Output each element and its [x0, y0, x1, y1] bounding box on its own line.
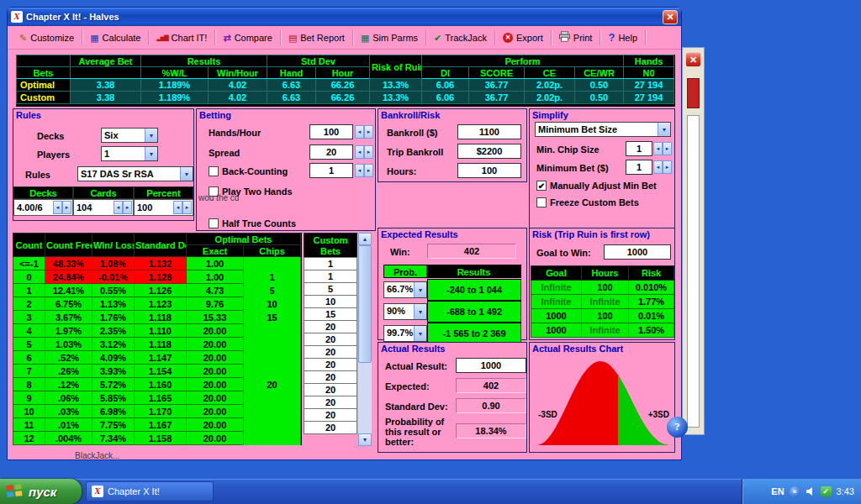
scroll-up-button[interactable]: ▲ — [358, 233, 372, 245]
toolbar-button-export[interactable]: ✕Export — [496, 29, 550, 46]
probability-select[interactable]: 90%▼ — [383, 303, 427, 320]
hide-icons-icon[interactable]: « — [790, 486, 800, 497]
decks-value-cell[interactable]: 4.00/6 ◂▸ — [13, 199, 73, 216]
simplify-panel-title: Simplify — [532, 110, 568, 120]
custom-bet-cell[interactable]: 20 — [304, 320, 357, 333]
toolbar-button-calculate[interactable]: ▦Calculate — [83, 29, 147, 46]
rules-select[interactable]: S17 DAS Sr RSA▼ — [77, 166, 193, 181]
minimum-bet-input[interactable]: 1 — [626, 160, 652, 175]
toolbar-button-sim-parms[interactable]: ▦Sim Parms — [354, 29, 425, 46]
trip-bankroll-input[interactable]: $2200 — [457, 144, 521, 159]
custom-bet-cell[interactable]: 20 — [304, 358, 357, 371]
min-chip-size-input[interactable]: 1 — [626, 141, 652, 156]
start-button[interactable]: пуск — [0, 479, 82, 504]
printer-icon — [559, 31, 570, 44]
spread-input[interactable]: 20 — [309, 144, 353, 160]
percent-value-cell[interactable]: 100 ◂▸ — [134, 199, 193, 216]
bankroll-input[interactable]: 1100 — [457, 124, 521, 139]
actual-result-input[interactable]: 1000 — [456, 358, 526, 373]
custom-bet-cell[interactable]: 20 — [304, 383, 357, 396]
toolbar-separator — [214, 30, 215, 45]
toolbar-button-trackjack[interactable]: ✔TrackJack — [427, 29, 494, 46]
background-close-button[interactable]: ✕ — [685, 52, 701, 67]
spin-right-button[interactable]: ▸ — [364, 164, 373, 177]
back-counting-checkbox[interactable] — [209, 166, 219, 176]
custom-bet-cell[interactable]: 20 — [304, 345, 357, 359]
arrow-left-icon: ◂ — [657, 164, 660, 171]
toolbar-button-label: Compare — [235, 33, 272, 43]
back-counting-input[interactable]: 1 — [309, 163, 353, 178]
min-chip-size-label: Min. Chip Size — [536, 144, 600, 155]
spin-left-button[interactable]: ◂ — [53, 201, 62, 214]
players-select[interactable]: 1▼ — [101, 146, 158, 161]
hands-hour-input[interactable]: 100 — [309, 124, 353, 139]
custom-bets-scrollbar[interactable]: ▲ ▼ — [358, 233, 372, 446]
probability-better-value: 18.34% — [456, 423, 526, 438]
help-orb-icon[interactable]: ? — [667, 417, 688, 438]
freeze-custom-bets-checkbox[interactable] — [536, 197, 547, 207]
decks-select[interactable]: Six▼ — [101, 128, 158, 143]
expected-label: Expected: — [385, 381, 430, 391]
toolbar-button-help[interactable]: ?Help — [601, 29, 644, 46]
spin-right-button[interactable]: ▸ — [364, 145, 373, 159]
scroll-thumb[interactable] — [358, 245, 372, 363]
manually-adjust-min-bet-checkbox[interactable] — [536, 181, 547, 191]
custom-bet-cell[interactable]: 20 — [304, 333, 357, 346]
volume-icon[interactable] — [806, 486, 816, 496]
toolbar-button-compare[interactable]: ⇄Compare — [216, 29, 278, 46]
risk-row: 1000Infinite1.50% — [531, 323, 674, 338]
probability-select[interactable]: 99.7%▼ — [383, 325, 427, 342]
custom-bet-cell[interactable]: 15 — [304, 307, 357, 321]
security-shield-icon[interactable]: ✓ — [821, 486, 832, 497]
export-icon: ✕ — [503, 33, 513, 43]
compare-arrows-icon: ⇄ — [223, 33, 230, 43]
taskbar-task-button[interactable]: X Chapter X It! — [86, 481, 214, 501]
bankroll-label: Bankroll ($) — [387, 128, 438, 138]
start-button-label: пуск — [29, 485, 56, 499]
custom-bet-cell[interactable]: 20 — [304, 421, 357, 434]
custom-bet-cell[interactable]: 20 — [304, 396, 357, 409]
custom-bet-cell[interactable]: 1 — [304, 257, 357, 270]
spin-left-button[interactable]: ◂ — [355, 164, 364, 177]
custom-bet-cell[interactable]: 5 — [304, 282, 357, 296]
custom-bet-cell[interactable]: 10 — [304, 295, 357, 308]
spin-right-button[interactable]: ▸ — [364, 125, 373, 139]
spin-right-button[interactable]: ▸ — [182, 201, 192, 214]
spin-left-button[interactable]: ◂ — [355, 145, 364, 159]
hours-input[interactable]: 100 — [457, 163, 521, 178]
arrow-right-icon: ▸ — [367, 167, 371, 174]
custom-bet-cell[interactable]: 20 — [304, 408, 357, 422]
toolbar-button-chart-it[interactable]: ▂▅▇Chart IT! — [150, 29, 214, 46]
spin-right-button[interactable]: ▸ — [663, 160, 672, 174]
toolbar-button-bet-report[interactable]: ▤Bet Report — [282, 29, 351, 46]
spin-left-button[interactable]: ◂ — [355, 125, 364, 139]
toolbar-button-print[interactable]: Print — [552, 28, 600, 47]
half-true-counts-checkbox[interactable] — [209, 218, 219, 228]
spin-left-button[interactable]: ◂ — [114, 201, 123, 214]
risk-row: Infinite1000.010% — [531, 281, 674, 295]
close-icon: ✕ — [666, 12, 673, 22]
close-button[interactable]: ✕ — [663, 10, 678, 24]
goal-to-win-input[interactable]: 1000 — [604, 244, 671, 260]
scroll-down-button[interactable]: ▼ — [358, 433, 372, 446]
spin-right-button[interactable]: ▸ — [62, 201, 71, 214]
language-indicator[interactable]: EN — [771, 486, 784, 496]
custom-bet-cell[interactable]: 20 — [304, 370, 357, 384]
simplify-mode-select[interactable]: Minimum Bet Size▼ — [535, 122, 671, 137]
spin-left-button[interactable]: ◂ — [173, 201, 182, 214]
spin-right-button[interactable]: ▸ — [663, 142, 672, 155]
probability-select[interactable]: 66.7%▼ — [383, 281, 427, 298]
spin-left-button[interactable]: ◂ — [653, 160, 663, 174]
spin-right-button[interactable]: ▸ — [123, 201, 132, 214]
background-scrollbar[interactable] — [687, 115, 700, 428]
risk-row: InfiniteInfinite1.77% — [531, 295, 674, 309]
spin-left-button[interactable]: ◂ — [653, 142, 663, 155]
probability-rows: 66.7%▼-240 to 1 04490%▼-688 to 1 49299.7… — [378, 279, 528, 344]
titlebar[interactable]: X Chapter X It! - Halves ✕ — [8, 8, 681, 26]
toolbar-separator — [551, 30, 552, 45]
cards-value-cell[interactable]: 104 ◂▸ — [73, 199, 134, 216]
toolbar-button-customize[interactable]: ✎Customize — [13, 29, 81, 46]
custom-bets-column: 1151015202020202020202020 — [304, 258, 357, 434]
custom-bet-cell[interactable]: 1 — [304, 270, 357, 283]
manually-adjust-min-bet-label: Manually Adjust Min Bet — [550, 181, 657, 191]
